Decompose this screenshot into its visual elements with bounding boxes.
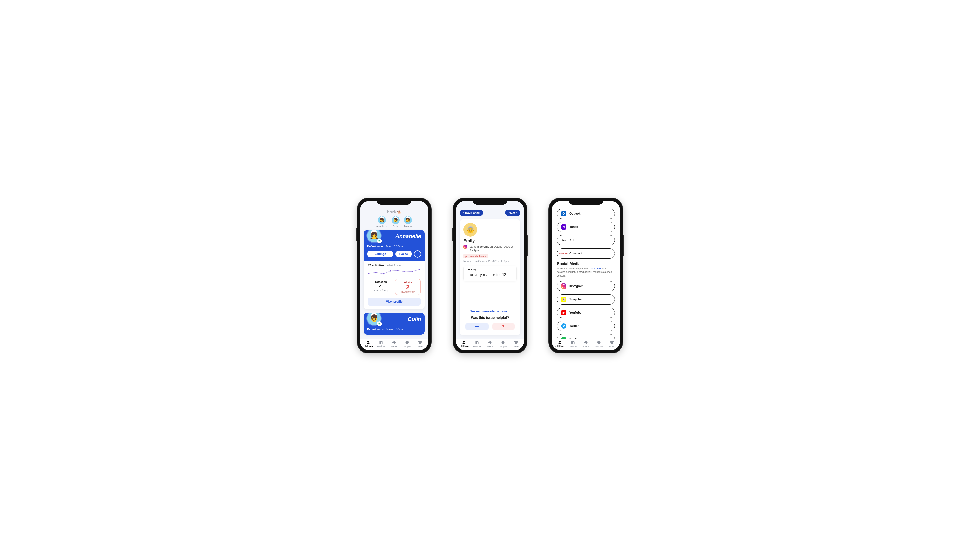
default-rules-line: Default rules 7am – 8:30am [367, 245, 421, 248]
tab-support[interactable]: Support [592, 340, 605, 348]
reviewed-timestamp: Reviewed on October 15, 2020 at 1:58pm [463, 260, 517, 263]
svg-point-2 [383, 273, 384, 275]
protection-box[interactable]: Protection ✔ 8 devices & apps [368, 279, 393, 295]
svg-rect-13 [477, 342, 479, 344]
next-label: Next [509, 211, 515, 214]
child-chip-annabelle[interactable]: Annabelle [377, 216, 387, 228]
tab-label: More [513, 345, 519, 348]
tab-alerts[interactable]: Alerts [388, 340, 401, 348]
comcast-icon: COMCAST [561, 251, 566, 256]
support-icon [404, 340, 410, 345]
alert-meta-text: Text with Jeremy on October 2020 at 12:4… [468, 245, 517, 252]
more-icon [609, 340, 614, 345]
tab-devices[interactable]: Devices [566, 340, 579, 348]
brand-dog-icon: 🐕 [397, 210, 401, 214]
devices-icon [474, 340, 480, 345]
wifi-status-icon [377, 321, 382, 326]
phone-notch [377, 198, 411, 205]
tab-support[interactable]: Support [496, 340, 509, 348]
view-profile-button[interactable]: View profile [368, 298, 421, 306]
account-button-yahoo[interactable]: Y! Yahoo [557, 222, 615, 232]
tab-more[interactable]: More [509, 340, 522, 348]
account-button-twitter[interactable]: Twitter [557, 321, 615, 331]
section-description: Monitoring varies by platform. Click her… [557, 267, 615, 278]
child-chip-colin[interactable]: Colin [392, 216, 399, 228]
child-avatar [463, 223, 477, 237]
children-icon [557, 340, 563, 345]
snapchat-icon: 👻 [561, 297, 566, 302]
phone-notch [569, 198, 603, 205]
tab-alerts[interactable]: Alerts [484, 340, 496, 348]
svg-point-6 [412, 271, 413, 272]
child-name: Emily [463, 238, 517, 243]
svg-point-0 [368, 273, 369, 274]
tab-devices[interactable]: Devices [375, 340, 388, 348]
alerts-icon [391, 340, 397, 345]
account-button-spotify[interactable]: Spotify [557, 334, 615, 338]
brand-text: bark [387, 210, 397, 214]
child-card-header: Colin Default rules 7am – 8:30am [364, 313, 425, 335]
helpful-buttons: Yes No [463, 322, 517, 330]
recommended-actions-link[interactable]: See recommended actions... [463, 310, 517, 313]
tab-label: Devices [473, 345, 481, 348]
helpful-yes-button[interactable]: Yes [465, 322, 489, 330]
tab-label: Support [595, 345, 603, 348]
account-button-outlook[interactable]: O Outlook [557, 208, 615, 219]
tab-label: Support [499, 345, 507, 348]
tab-more[interactable]: More [605, 340, 618, 348]
devices-icon [570, 340, 576, 345]
tab-children[interactable]: Children [458, 340, 471, 348]
tab-label: Support [403, 345, 411, 348]
tab-label: Children [460, 345, 469, 348]
protection-sub: 8 devices & apps [369, 289, 392, 292]
child-card-colin: Colin Default rules 7am – 8:30am [364, 313, 425, 335]
back-to-all-button[interactable]: ‹ Back to all [460, 210, 483, 216]
connect-accounts-screen: O Outlook Y! Yahoo Aol. Aol COMCAST Comc… [552, 201, 620, 338]
tab-label: Children [555, 345, 565, 348]
child-chip-avatar [378, 216, 386, 224]
tab-label: Alerts [487, 345, 493, 348]
account-button-snapchat[interactable]: 👻 Snapchat [557, 294, 615, 305]
account-button-aol[interactable]: Aol. Aol [557, 235, 615, 245]
rules-value: 7am – 8:30am [385, 245, 403, 248]
instagram-icon [463, 245, 467, 249]
aol-icon: Aol. [561, 238, 566, 243]
back-label: Back to all [465, 211, 480, 214]
default-rules-line: Default rules 7am – 8:30am [367, 328, 421, 331]
child-chip-mason[interactable]: Mason [404, 216, 412, 228]
tab-alerts[interactable]: Alerts [579, 340, 592, 348]
tab-devices[interactable]: Devices [471, 340, 484, 348]
activities-window: in last 7 days [387, 264, 401, 267]
click-here-link[interactable]: Click here [590, 267, 601, 270]
child-chip-label: Colin [392, 225, 399, 228]
phone-2: ‹ Back to all Next › Emily Text with Je [453, 198, 527, 353]
account-button-comcast[interactable]: COMCAST Comcast [557, 248, 615, 259]
account-button-youtube[interactable]: ▶ YouTube [557, 308, 615, 318]
account-label: YouTube [570, 311, 582, 314]
chevron-right-icon: › [516, 211, 517, 214]
card-header-actions: Settings Pause ••• [367, 250, 421, 258]
tab-children[interactable]: Children [362, 340, 375, 348]
settings-button[interactable]: Settings [367, 251, 393, 257]
tab-children[interactable]: Children [554, 340, 566, 348]
phone-notch [473, 198, 507, 205]
rules-label: Default rules [367, 245, 383, 248]
svg-point-7 [419, 269, 420, 270]
alerts-sub: need review [396, 291, 420, 293]
tab-label: More [609, 345, 614, 348]
helpful-no-button[interactable]: No [492, 322, 515, 330]
more-actions-button[interactable]: ••• [414, 250, 421, 258]
alerts-box[interactable]: Alerts 2 need review [395, 279, 421, 295]
youtube-icon: ▶ [561, 310, 566, 315]
pause-button[interactable]: Pause [395, 251, 412, 257]
devices-icon [379, 340, 384, 345]
tab-label: Children [364, 345, 373, 348]
alert-detail-screen: ‹ Back to all Next › Emily Text with Je [456, 201, 524, 338]
tab-more[interactable]: More [414, 340, 426, 348]
account-label: Yahoo [570, 225, 578, 229]
tab-support[interactable]: Support [401, 340, 414, 348]
tab-label: Devices [569, 345, 577, 348]
next-button[interactable]: Next › [505, 210, 520, 216]
rules-label: Default rules [367, 328, 383, 331]
account-button-instagram[interactable]: Instagram [557, 281, 615, 291]
